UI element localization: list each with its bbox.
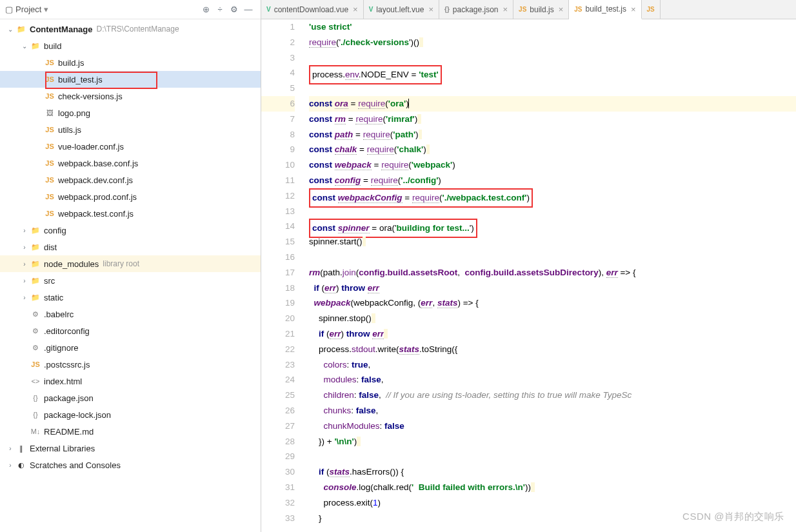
cfg-icon: ⚙ <box>30 327 41 335</box>
tree-item-webpack.test.conf.js[interactable]: JSwebpack.test.conf.js <box>0 205 261 222</box>
tree-item-logo.png[interactable]: 🖼logo.png <box>0 104 261 121</box>
tree-label: webpack.prod.conf.js <box>58 192 137 202</box>
json-icon: {} <box>30 394 41 402</box>
chevron-icon[interactable]: › <box>19 261 30 268</box>
tree-label: webpack.test.conf.js <box>58 209 134 219</box>
tree-item-utils.js[interactable]: JSutils.js <box>0 121 261 138</box>
folder-root-icon: 📁 <box>15 25 27 34</box>
tree-label: dist <box>44 242 57 252</box>
tree-item-index.html[interactable]: <>index.html <box>0 373 261 389</box>
tree-item-ContentManage[interactable]: ⌄📁ContentManageD:\TRS\ContentManage <box>0 21 261 37</box>
js-icon: JS <box>44 193 55 201</box>
expand-icon[interactable]: ÷ <box>213 3 227 17</box>
tree-label: src <box>44 276 55 286</box>
tree-hint: library root <box>103 259 139 268</box>
tree-label: webpack.dev.conf.js <box>58 175 133 185</box>
tree-item-webpack.base.conf.js[interactable]: JSwebpack.base.conf.js <box>0 155 261 172</box>
code[interactable]: 'use strict'require('./check-versions')(… <box>306 19 796 532</box>
chevron-icon[interactable]: › <box>19 294 30 301</box>
tree-label: static <box>44 293 63 302</box>
project-tree[interactable]: ⌄📁ContentManageD:\TRS\ContentManage⌄📁bui… <box>0 19 261 532</box>
tab-layout.left.vue[interactable]: Vlayout.left.vue× <box>364 0 439 19</box>
editor-tabs[interactable]: VcontentDownload.vue×Vlayout.left.vue×{}… <box>261 0 796 19</box>
tree-item-.postcssrc.js[interactable]: JS.postcssrc.js <box>0 356 261 373</box>
external-libraries[interactable]: ›‖External Libraries <box>0 440 261 457</box>
tree-item-package.json[interactable]: {}package.json <box>0 389 261 406</box>
html-icon: <> <box>30 377 41 385</box>
tree-item-build[interactable]: ⌄📁build <box>0 37 261 54</box>
js-icon: JS <box>44 143 55 150</box>
tree-label: check-versions.js <box>58 92 123 101</box>
close-icon[interactable]: × <box>428 5 433 14</box>
gutter: 1234567891011121314151617181920212223242… <box>261 19 306 532</box>
tree-item-.editorconfig[interactable]: ⚙.editorconfig <box>0 322 261 339</box>
tab-package.json[interactable]: {}package.json× <box>439 0 513 19</box>
dropdown-icon[interactable]: ▾ <box>44 5 48 14</box>
close-icon[interactable]: × <box>353 5 358 14</box>
tree-item-README.md[interactable]: M↓README.md <box>0 423 261 440</box>
tree-item-webpack.dev.conf.js[interactable]: JSwebpack.dev.conf.js <box>0 172 261 188</box>
tree-item-dist[interactable]: ›📁dist <box>0 239 261 255</box>
tab-overflow[interactable]: JS <box>642 0 661 19</box>
folder-icon: 📁 <box>30 243 41 251</box>
cfg-icon: ⚙ <box>30 310 41 319</box>
md-icon: M↓ <box>30 428 41 435</box>
tree-item-build.js[interactable]: JSbuild.js <box>0 54 261 71</box>
tab-build_test.js[interactable]: JSbuild_test.js× <box>569 0 641 19</box>
cfg-icon: ⚙ <box>30 344 41 352</box>
tree-label: .postcssrc.js <box>44 360 90 369</box>
tab-contentDownload.vue[interactable]: VcontentDownload.vue× <box>261 0 364 19</box>
project-sidebar: ▢ Project ▾ ⊕ ÷ ⚙ — ⌄📁ContentManageD:\TR… <box>0 0 261 532</box>
tree-item-.babelrc[interactable]: ⚙.babelrc <box>0 306 261 322</box>
json-icon: {} <box>30 411 41 419</box>
tree-label: index.html <box>44 377 82 386</box>
chevron-icon[interactable]: › <box>19 227 30 234</box>
close-icon[interactable]: × <box>559 5 564 14</box>
tree-label: package.json <box>44 393 94 403</box>
watermark: CSDN @肖邦的交响乐 <box>682 511 784 523</box>
folder-icon: 📁 <box>30 42 41 50</box>
tree-label: utils.js <box>58 125 81 135</box>
js-icon: JS <box>30 360 41 368</box>
project-icon: ▢ <box>5 5 13 14</box>
folder-icon: 📁 <box>30 277 41 285</box>
js-icon: JS <box>44 210 55 217</box>
tree-item-src[interactable]: ›📁src <box>0 272 261 289</box>
tree-item-package-lock.json[interactable]: {}package-lock.json <box>0 406 261 423</box>
scratches-consoles[interactable]: ›◐Scratches and Consoles <box>0 457 261 473</box>
tree-label: logo.png <box>58 108 90 118</box>
tree-label: build <box>44 41 61 51</box>
tree-item-build_test.js[interactable]: JSbuild_test.js <box>0 71 261 88</box>
code-area[interactable]: 1234567891011121314151617181920212223242… <box>261 19 796 532</box>
gear-icon[interactable]: ⚙ <box>227 3 241 17</box>
tree-item-static[interactable]: ›📁static <box>0 289 261 306</box>
chevron-icon[interactable]: ⌄ <box>19 43 30 50</box>
tree-label: README.md <box>44 427 94 437</box>
folder-icon: 📁 <box>30 293 41 302</box>
img-icon: 🖼 <box>44 109 55 117</box>
tree-item-vue-loader.conf.js[interactable]: JSvue-loader.conf.js <box>0 138 261 155</box>
tree-label: .gitignore <box>44 343 78 353</box>
tab-build.js[interactable]: JSbuild.js× <box>513 0 569 19</box>
tree-label: node_modules <box>44 259 99 269</box>
tree-item-.gitignore[interactable]: ⚙.gitignore <box>0 339 261 356</box>
tree-hint: D:\TRS\ContentManage <box>97 25 179 34</box>
locate-icon[interactable]: ⊕ <box>199 3 213 17</box>
chevron-icon[interactable]: › <box>19 244 30 251</box>
chevron-icon[interactable]: › <box>19 277 30 284</box>
tree-item-node_modules[interactable]: ›📁node_moduleslibrary root <box>0 255 261 272</box>
tree-label: build.js <box>58 58 84 68</box>
chevron-icon[interactable]: ⌄ <box>5 26 15 33</box>
close-icon[interactable]: × <box>503 5 508 14</box>
project-label[interactable]: Project <box>15 5 41 14</box>
tree-item-webpack.prod.conf.js[interactable]: JSwebpack.prod.conf.js <box>0 188 261 205</box>
tree-label: build_test.js <box>58 75 103 84</box>
hide-icon[interactable]: — <box>241 3 255 17</box>
tree-item-check-versions.js[interactable]: JScheck-versions.js <box>0 88 261 104</box>
tree-label: config <box>44 226 66 235</box>
tree-label: package-lock.json <box>44 410 111 420</box>
tree-item-config[interactable]: ›📁config <box>0 222 261 239</box>
close-icon[interactable]: × <box>631 5 636 14</box>
tree-label: vue-loader.conf.js <box>58 142 124 152</box>
js-icon: JS <box>44 59 55 66</box>
